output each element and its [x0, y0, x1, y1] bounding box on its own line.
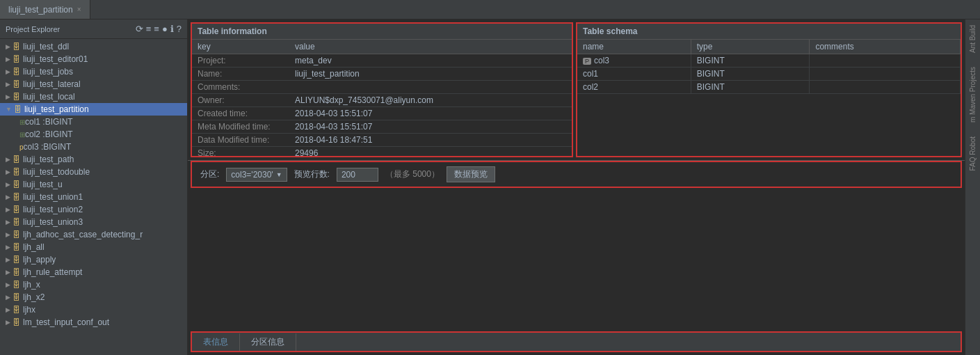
- tree-label: liuji_test_local: [23, 92, 75, 102]
- tree-arrow: ▶: [6, 256, 10, 263]
- schema-title: Table schema: [577, 24, 961, 40]
- folder-icon: 🗄: [13, 306, 20, 314]
- tab-label: liuji_test_partition: [8, 5, 73, 15]
- tree-arrow: ▶: [6, 319, 10, 326]
- schema-col-type: type: [691, 40, 810, 54]
- tree-item-liuji_test_union2[interactable]: ▶🗄liuji_test_union2: [0, 203, 187, 216]
- content-area: Table information key value Project: met…: [188, 19, 965, 355]
- tree-arrow: ▶: [6, 231, 10, 238]
- tree-item-liuji_test_path[interactable]: ▶🗄liuji_test_path: [0, 153, 187, 166]
- table-row: Created time: 2018-04-03 15:51:07: [192, 107, 572, 120]
- table-row: Size: 29496: [192, 147, 572, 158]
- table-row: col2 BIGINT: [577, 81, 961, 94]
- tree-item-col2[interactable]: ⊞ col2 :BIGINT: [0, 128, 187, 141]
- tree-item-col3[interactable]: p col3 :BIGINT: [0, 141, 187, 153]
- schema-table: name type comments Pcol3 BIGINT col1 BIG…: [577, 40, 961, 94]
- filter-icon[interactable]: ≡: [154, 24, 159, 34]
- row-value: 2018-04-03 15:51:07: [289, 120, 572, 134]
- tree-item-liuji_test_jobs[interactable]: ▶🗄liuji_test_jobs: [0, 65, 187, 78]
- max-label: （最多 5000）: [385, 168, 440, 180]
- sync-icon[interactable]: ⟳: [136, 24, 143, 34]
- tree-arrow: ▼: [6, 106, 12, 113]
- folder-icon: 🗄: [13, 55, 20, 63]
- row-key: Data Modified time:: [192, 134, 289, 147]
- tree-item-ljh_adhoc[interactable]: ▶🗄ljh_adhoc_ast_case_detecting_r: [0, 228, 187, 241]
- sidebar-tree: ▶🗄liuji_test_ddl▶🗄liuji_test_editor01▶🗄l…: [0, 39, 187, 355]
- folder-icon: 🗄: [13, 205, 20, 214]
- tree-item-ljh_x2[interactable]: ▶🗄ljh_x2: [0, 291, 187, 303]
- tree-label: col2 :BIGINT: [25, 129, 73, 139]
- tree-label: ljh_adhoc_ast_case_detecting_r: [23, 230, 143, 239]
- folder-icon: 🗄: [13, 218, 20, 226]
- active-tab[interactable]: liuji_test_partition ×: [0, 0, 90, 19]
- tree-item-liuji_test_ddl[interactable]: ▶🗄liuji_test_ddl: [0, 40, 187, 53]
- tree-arrow: ▶: [6, 68, 10, 75]
- tree-arrow: ▶: [6, 194, 10, 200]
- info-col-value: value: [289, 40, 572, 54]
- partition-select[interactable]: col3='2030' ▼: [226, 168, 287, 182]
- folder-icon: 🗄: [13, 318, 20, 326]
- tree-arrow: ▶: [6, 156, 10, 163]
- schema-col-name: name: [577, 40, 691, 54]
- row-key: Name:: [192, 68, 289, 81]
- schema-panel: Table schema name type comments Pcol3 BI…: [576, 22, 962, 157]
- tab-tableinfo[interactable]: 表信息: [192, 333, 240, 351]
- info-icon[interactable]: ℹ: [170, 24, 174, 34]
- help-icon[interactable]: ?: [177, 24, 182, 34]
- tree-item-ljh_x[interactable]: ▶🗄ljh_x: [0, 278, 187, 291]
- tree-item-liuji_test_editor01[interactable]: ▶🗄liuji_test_editor01: [0, 53, 187, 65]
- tree-label: ljh_x2: [23, 292, 45, 302]
- table-row: Comments:: [192, 81, 572, 94]
- tree-item-liuji_test_u[interactable]: ▶🗄liuji_test_u: [0, 178, 187, 191]
- preview-button[interactable]: 数据预览: [447, 166, 495, 182]
- sidebar: Project Explorer ⟳ ≡ ≡ ● ℹ ? ▶🗄liuji_tes…: [0, 19, 188, 355]
- tree-label: liuji_test_partition: [24, 104, 89, 114]
- tree-item-liuji_test_union1[interactable]: ▶🗄liuji_test_union1: [0, 191, 187, 203]
- tree-label: ljh_x: [23, 280, 40, 290]
- schema-name: col2: [577, 81, 691, 94]
- table-row: Meta Modified time: 2018-04-03 15:51:07: [192, 120, 572, 134]
- folder-icon: 🗄: [13, 80, 20, 88]
- folder-icon: 🗄: [13, 42, 20, 51]
- tree-item-liuji_test_local[interactable]: ▶🗄liuji_test_local: [0, 90, 187, 103]
- sidebar-title: Project Explorer: [6, 25, 60, 33]
- tree-item-liuji_test_lateral[interactable]: ▶🗄liuji_test_lateral: [0, 78, 187, 90]
- tree-label: ljh_apply: [23, 255, 56, 265]
- schema-comments: [810, 81, 961, 94]
- schema-type: BIGINT: [691, 54, 810, 68]
- tree-item-ljh_apply[interactable]: ▶🗄ljh_apply: [0, 253, 187, 266]
- table-info-title: Table information: [192, 24, 572, 40]
- partition-dropdown-arrow: ▼: [276, 171, 282, 178]
- tree-item-liuji_test_todouble[interactable]: ▶🗄liuji_test_todouble: [0, 166, 187, 178]
- tree-arrow: ▶: [6, 281, 10, 288]
- sidebar-header: Project Explorer ⟳ ≡ ≡ ● ℹ ?: [0, 19, 187, 39]
- ant-build-label: Ant Build: [969, 25, 977, 53]
- list-icon[interactable]: ≡: [146, 24, 152, 34]
- col-icon: ⊞: [19, 118, 25, 126]
- tree-item-col1[interactable]: ⊞ col1 :BIGINT: [0, 116, 187, 128]
- tree-item-lm_test[interactable]: ▶🗄lm_test_input_conf_out: [0, 316, 187, 329]
- tree-label: lm_test_input_conf_out: [23, 317, 109, 327]
- tree-item-ljhx[interactable]: ▶🗄ljhx: [0, 303, 187, 316]
- folder-icon: 🗄: [13, 268, 20, 276]
- maven-label: m Maven Projects: [969, 67, 977, 123]
- tree-label: ljh_rule_attempt: [23, 267, 82, 277]
- row-key: Owner:: [192, 94, 289, 107]
- folder-icon: 🗄: [13, 281, 20, 289]
- table-info-table: key value Project: meta_dev Name: liuji_…: [192, 40, 572, 157]
- tree-item-ljh_all[interactable]: ▶🗄ljh_all: [0, 241, 187, 253]
- tree-label: liuji_test_union3: [23, 217, 83, 227]
- tree-item-liuji_test_partition[interactable]: ▼🗄liuji_test_partition: [0, 103, 187, 116]
- db-icon[interactable]: ●: [162, 24, 168, 34]
- tab-partitioninfo[interactable]: 分区信息: [240, 333, 296, 351]
- schema-name: Pcol3: [577, 54, 691, 68]
- folder-icon: 🗄: [13, 68, 20, 76]
- row-key: Comments:: [192, 81, 289, 94]
- tree-label: liuji_test_lateral: [23, 79, 81, 89]
- table-row: Owner: ALIYUN$dxp_74530071@aliyun.com: [192, 94, 572, 107]
- tab-close[interactable]: ×: [77, 6, 81, 13]
- preview-rows-input[interactable]: [337, 168, 378, 182]
- tree-item-ljh_rule_attempt[interactable]: ▶🗄ljh_rule_attempt: [0, 266, 187, 278]
- tree-arrow: ▶: [6, 43, 10, 50]
- tree-item-liuji_test_union3[interactable]: ▶🗄liuji_test_union3: [0, 216, 187, 228]
